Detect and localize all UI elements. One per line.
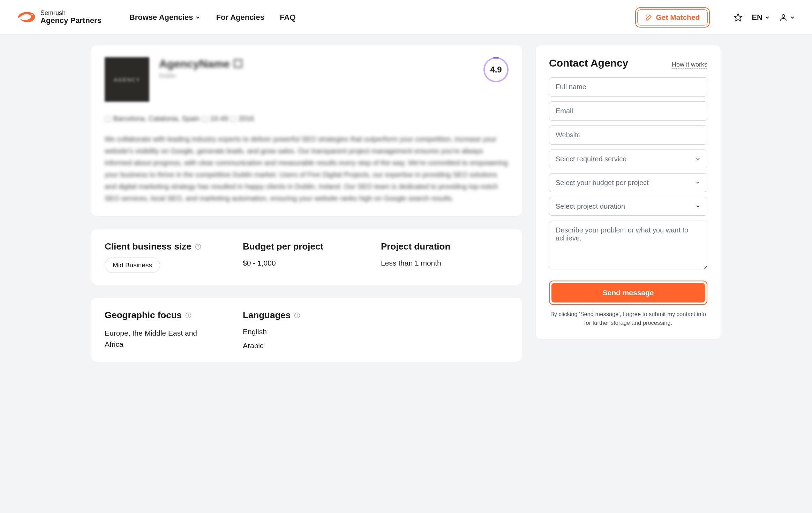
duration-title: Project duration xyxy=(381,241,509,252)
contact-title: Contact Agency xyxy=(549,57,628,69)
send-highlight: Send message xyxy=(549,281,707,305)
geo-label: Geographic focus xyxy=(105,310,182,321)
logo-bottom: Agency Partners xyxy=(40,16,102,25)
nav-for-agencies[interactable]: For Agencies xyxy=(216,13,264,22)
svg-point-3 xyxy=(782,15,785,17)
chevron-down-icon xyxy=(195,15,201,20)
geo-lang-card: Geographic focus Europe, the Middle East… xyxy=(91,298,522,362)
rating-badge: 4.9 xyxy=(483,57,509,82)
agency-subtitle: Dublin xyxy=(159,72,243,79)
language-selector[interactable]: EN xyxy=(752,13,770,22)
svg-point-1 xyxy=(31,14,33,15)
logo[interactable]: Semrush Agency Partners xyxy=(17,10,102,25)
info-icon[interactable] xyxy=(294,312,300,319)
get-matched-button[interactable]: Get Matched xyxy=(637,9,708,25)
lang-item: English xyxy=(243,328,370,336)
client-size-label: Client business size xyxy=(105,241,191,252)
describe-textarea[interactable] xyxy=(549,221,707,269)
agency-profile-card: AGENCY AgencyName ☐ Dublin 4.9 ⬚ Barcelo… xyxy=(91,45,522,216)
email-input[interactable] xyxy=(549,101,707,121)
lang-label: EN xyxy=(752,13,762,22)
agency-details-card: Client business size Mid Business Budget… xyxy=(91,229,522,285)
budget-select[interactable]: Select your budget per project xyxy=(549,173,707,192)
star-icon xyxy=(734,13,743,22)
how-it-works-link[interactable]: How it works xyxy=(672,61,707,69)
logo-top: Semrush xyxy=(40,10,102,17)
user-icon xyxy=(779,13,788,22)
disclaimer-text: By clicking 'Send message', I agree to s… xyxy=(549,310,707,327)
service-select[interactable]: Select required service xyxy=(549,150,707,168)
budget-title: Budget per project xyxy=(243,241,370,252)
svg-point-9 xyxy=(188,314,189,314)
nav-faq[interactable]: FAQ xyxy=(280,13,295,22)
nav-browse-agencies[interactable]: Browse Agencies xyxy=(129,13,201,22)
svg-marker-2 xyxy=(735,14,742,21)
nav-browse-label: Browse Agencies xyxy=(129,13,193,22)
lang-item: Arabic xyxy=(243,342,370,350)
info-icon[interactable] xyxy=(195,244,201,250)
send-message-button[interactable]: Send message xyxy=(551,283,705,303)
chevron-down-icon xyxy=(765,15,770,20)
svg-point-12 xyxy=(297,314,298,314)
header: Semrush Agency Partners Browse Agencies … xyxy=(0,0,812,35)
agency-name: AgencyName ☐ xyxy=(159,57,243,70)
full-name-input[interactable] xyxy=(549,77,707,97)
agency-logo: AGENCY xyxy=(105,57,149,102)
lang-label: Languages xyxy=(243,310,291,321)
header-right: EN xyxy=(734,13,795,22)
favorites-button[interactable] xyxy=(734,13,743,22)
contact-agency-card: Contact Agency How it works Select requi… xyxy=(536,45,721,339)
client-size-title: Client business size xyxy=(105,241,232,252)
info-icon[interactable] xyxy=(185,312,191,319)
user-menu[interactable] xyxy=(779,13,795,22)
agency-description: We collaborate with leading industry exp… xyxy=(105,133,509,204)
geo-value: Europe, the Middle East and Africa xyxy=(105,328,216,350)
wand-icon xyxy=(645,14,652,21)
get-matched-highlight: Get Matched xyxy=(635,7,710,28)
geo-title: Geographic focus xyxy=(105,310,232,321)
logo-text: Semrush Agency Partners xyxy=(40,10,102,25)
website-input[interactable] xyxy=(549,125,707,145)
get-matched-label: Get Matched xyxy=(656,13,700,22)
agency-meta: ⬚ Barcelona, Catalonia, Spain ⬚ 10-49 ⬚ … xyxy=(105,114,509,123)
budget-value: $0 - 1,000 xyxy=(243,259,370,267)
svg-point-6 xyxy=(198,245,198,246)
chevron-down-icon xyxy=(790,15,795,20)
lang-list: English Arabic xyxy=(243,328,370,350)
client-size-pill[interactable]: Mid Business xyxy=(105,258,160,273)
lang-title: Languages xyxy=(243,310,370,321)
nav: Browse Agencies For Agencies FAQ xyxy=(129,13,295,22)
semrush-swirl-icon xyxy=(17,10,36,25)
duration-value: Less than 1 month xyxy=(381,259,509,267)
duration-select[interactable]: Select project duration xyxy=(549,197,707,216)
